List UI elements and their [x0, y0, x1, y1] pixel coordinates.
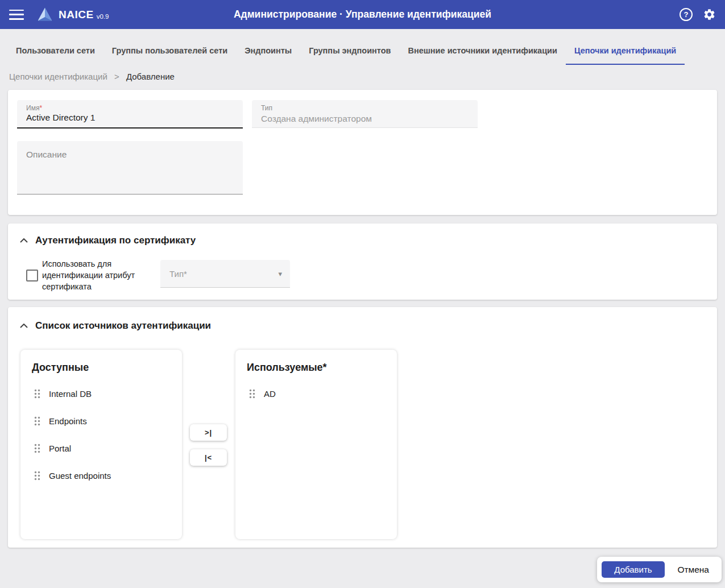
brand-name: NAICE [59, 9, 94, 21]
tab-network-user-groups[interactable]: Группы пользователей сети [103, 38, 236, 65]
drag-handle-icon[interactable] [249, 389, 255, 399]
collapse-chevron-icon[interactable] [20, 238, 28, 243]
list-item[interactable]: Endpoints [20, 407, 182, 434]
auth-sources-title: Список источников аутентификации [35, 320, 211, 332]
cancel-button[interactable]: Отмена [674, 564, 712, 575]
type-field-value: Создана администратором [261, 114, 372, 124]
list-item[interactable]: Internal DB [20, 380, 182, 407]
drag-handle-icon[interactable] [34, 416, 40, 426]
description-textarea[interactable] [17, 141, 243, 194]
move-all-left-button[interactable]: |< [190, 449, 227, 466]
tab-endpoint-groups[interactable]: Группы эндпоинтов [300, 38, 399, 65]
cert-attribute-type-select[interactable]: Тип* ▾ [160, 260, 290, 288]
page-title: Администрирование · Управление идентифик… [234, 9, 491, 20]
tab-bar: Пользователи сети Группы пользователей с… [7, 38, 685, 65]
dropdown-arrow-icon: ▾ [278, 270, 282, 278]
cert-type-select-label: Тип* [169, 269, 187, 279]
use-cert-attribute-label: Использовать для идентификации атрибут с… [42, 258, 146, 292]
required-asterisk: * [39, 104, 42, 112]
tab-network-users[interactable]: Пользователи сети [7, 38, 103, 65]
name-input[interactable] [26, 113, 231, 123]
menu-icon[interactable] [9, 10, 24, 20]
used-list-title: Используемые* [247, 362, 397, 374]
description-field[interactable] [17, 141, 243, 194]
list-item[interactable]: Portal [20, 434, 182, 462]
app-root: NAICE v0.9 Администрирование · Управлени… [0, 0, 725, 588]
drag-handle-icon[interactable] [34, 389, 40, 399]
settings-gear-icon[interactable] [703, 8, 716, 21]
drag-handle-icon[interactable] [34, 471, 40, 481]
list-item[interactable]: Guest endpoints [20, 462, 182, 489]
tab-identification-chains[interactable]: Цепочки идентификаций [566, 38, 685, 65]
move-all-right-button[interactable]: >| [190, 424, 227, 441]
app-header: NAICE v0.9 Администрирование · Управлени… [0, 0, 725, 29]
tab-external-identity-sources[interactable]: Внешние источники идентификации [399, 38, 565, 65]
drag-handle-icon[interactable] [34, 444, 40, 453]
breadcrumb-separator: > [114, 72, 119, 81]
use-cert-attribute-checkbox[interactable] [26, 270, 38, 281]
available-list-title: Доступные [32, 362, 182, 374]
breadcrumb-current: Добавление [126, 72, 175, 81]
breadcrumb-parent[interactable]: Цепочки идентификаций [9, 72, 107, 81]
list-item[interactable]: AD [235, 380, 397, 407]
breadcrumb: Цепочки идентификаций > Добавление [9, 72, 175, 81]
footer-actions: Добавить Отмена [597, 557, 722, 582]
app-logo-icon [36, 6, 53, 23]
chain-form-card: Имя* Тип Создана администратором [8, 90, 717, 215]
auth-sources-card: Список источников аутентификации Доступн… [8, 307, 717, 548]
type-field-label: Тип [261, 104, 272, 112]
name-field-label: Имя* [26, 104, 42, 112]
collapse-chevron-icon[interactable] [20, 324, 28, 328]
add-button[interactable]: Добавить [602, 561, 665, 578]
type-field: Тип Создана администратором [252, 100, 478, 128]
header-actions: ? [680, 8, 716, 21]
used-sources-list: Используемые* AD [235, 350, 397, 539]
certificate-auth-title: Аутентификация по сертификату [35, 235, 196, 246]
tab-endpoints[interactable]: Эндпоинты [236, 38, 300, 65]
help-icon[interactable]: ? [680, 8, 693, 21]
brand-version: v0.9 [97, 10, 109, 20]
name-field[interactable]: Имя* [17, 100, 243, 129]
certificate-auth-card: Аутентификация по сертификату Использова… [8, 223, 717, 300]
available-sources-list: Доступные Internal DB Endpoints Portal G… [20, 350, 182, 539]
